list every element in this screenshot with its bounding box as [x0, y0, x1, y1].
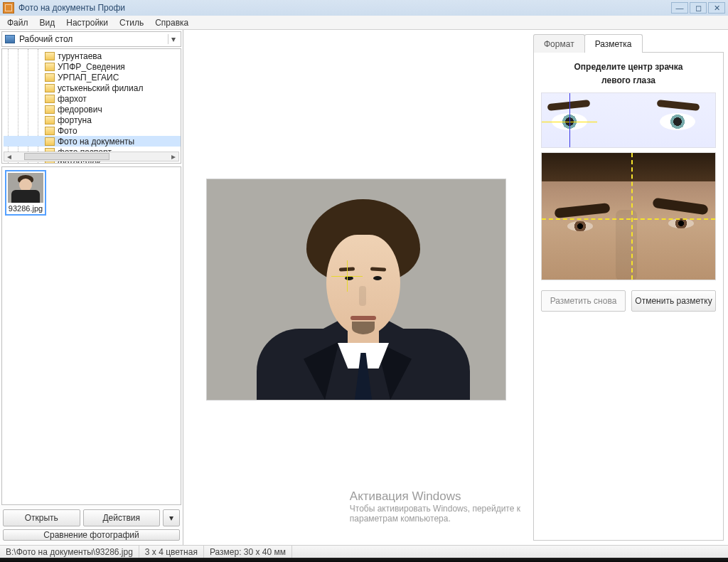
tree-item-label: Фото на документы	[58, 137, 134, 147]
menu-help[interactable]: Справка	[151, 16, 193, 29]
chevron-down-icon[interactable]: ▾	[168, 34, 178, 44]
status-bar: B:\Фото на документы\93286.jpg 3 x 4 цве…	[0, 545, 728, 558]
crosshair-h	[542, 218, 715, 220]
instruction-line1: Определите центр зрачка	[574, 62, 683, 72]
tree-item-label: УРПАП_ЕГАИС	[58, 73, 119, 83]
folder-icon	[45, 95, 55, 103]
menu-settings[interactable]: Настройки	[62, 16, 112, 29]
folder-icon	[45, 105, 55, 114]
tree-item[interactable]: фортуна	[4, 115, 181, 125]
taskbar	[0, 558, 728, 562]
tree-item-label: федорович	[58, 105, 102, 115]
zoom-preview[interactable]	[541, 152, 716, 280]
actions-button[interactable]: Действия	[83, 509, 161, 526]
cancel-markup-button[interactable]: Отменить разметку	[631, 290, 716, 312]
titlebar: Фото на документы Профи — ◻ ✕	[0, 0, 728, 16]
menu-style[interactable]: Стиль	[115, 16, 148, 29]
retry-markup-button[interactable]: Разметить снова	[541, 290, 626, 312]
maximize-button[interactable]: ◻	[690, 2, 707, 14]
folder-icon	[45, 127, 55, 135]
tabs: Формат Разметка	[533, 34, 724, 53]
tree-item-label: Фото	[58, 126, 77, 136]
instruction-text: Определите центр зрачка левого глаза	[541, 60, 716, 87]
scroll-thumb[interactable]	[24, 153, 109, 160]
thumbnail-name: 93286.jpg	[8, 203, 43, 213]
tree-item[interactable]: Фото на документы	[4, 136, 181, 147]
center-area: Активация Windows Чтобы активировать Win…	[183, 30, 529, 545]
tree-item[interactable]: устькеньский филиал	[4, 83, 181, 93]
tree-item-label: устькеньский филиал	[58, 83, 144, 93]
folder-icon	[45, 52, 55, 60]
menu-file[interactable]: Файл	[3, 16, 33, 29]
watermark-title: Активация Windows	[350, 489, 520, 504]
status-mode: 3 x 4 цветная	[139, 546, 204, 558]
tree-item[interactable]: Фото	[4, 125, 181, 136]
menu-view[interactable]: Вид	[36, 16, 60, 29]
folder-icon	[45, 137, 55, 146]
scroll-left-icon[interactable]: ◂	[4, 152, 14, 161]
status-path: B:\Фото на документы\93286.jpg	[0, 546, 139, 558]
folder-icon	[45, 116, 55, 124]
windows-activation-watermark: Активация Windows Чтобы активировать Win…	[350, 489, 520, 524]
status-size: Размер: 30 x 40 мм	[204, 546, 292, 558]
right-panel: Формат Разметка Определите центр зрачка …	[529, 30, 728, 545]
tab-format[interactable]: Формат	[533, 34, 585, 53]
watermark-line1: Чтобы активировать Windows, перейдите к	[350, 504, 520, 514]
thumbnail-image	[8, 173, 43, 203]
compare-button[interactable]: Сравнение фотографий	[3, 529, 180, 541]
tab-body: Определите центр зрачка левого глаза	[533, 53, 724, 541]
actions-dropdown-button[interactable]: ▾	[163, 509, 180, 526]
tree-item[interactable]: турунтаева	[4, 51, 181, 61]
scroll-right-icon[interactable]: ▸	[168, 152, 178, 161]
instruction-line2: левого глаза	[601, 75, 655, 85]
tree-item-label: фархот	[58, 94, 87, 104]
tree-item[interactable]: федорович	[4, 104, 181, 115]
watermark-line2: параметрам компьютера.	[350, 514, 520, 524]
left-panel: Рабочий стол ▾ турунтаеваУПФР_СведенияУР…	[0, 30, 183, 545]
open-button[interactable]: Открыть	[3, 509, 80, 526]
folder-tree[interactable]: турунтаеваУПФР_СведенияУРПАП_ЕГАИСустьке…	[1, 48, 181, 164]
main-area: Рабочий стол ▾ турунтаеваУПФР_СведенияУР…	[0, 30, 728, 545]
tree-hscrollbar[interactable]: ◂ ▸	[4, 152, 179, 161]
example-image	[541, 92, 716, 148]
main-photo[interactable]	[207, 179, 505, 400]
minimize-button[interactable]: —	[671, 2, 688, 14]
folder-icon	[45, 63, 55, 71]
crosshair-v	[631, 153, 633, 280]
tree-item[interactable]: УПФР_Сведения	[4, 61, 181, 72]
path-label: Рабочий стол	[19, 34, 168, 44]
window-title: Фото на документы Профи	[18, 3, 671, 13]
folder-icon	[45, 73, 55, 82]
app-window: Фото на документы Профи — ◻ ✕ Файл Вид Н…	[0, 0, 728, 562]
tree-item-label: УПФР_Сведения	[58, 62, 125, 72]
tree-item[interactable]: фархот	[4, 93, 181, 104]
tree-item[interactable]: УРПАП_ЕГАИС	[4, 72, 181, 83]
app-icon	[3, 2, 14, 14]
thumbnail-area: 93286.jpg	[1, 166, 181, 505]
tree-item-label: фортуна	[58, 115, 92, 125]
drive-icon	[5, 35, 15, 43]
tree-item-label: турунтаева	[58, 51, 102, 61]
close-button[interactable]: ✕	[708, 2, 725, 14]
folder-icon	[45, 84, 55, 92]
tab-markup[interactable]: Разметка	[584, 34, 643, 53]
menubar: Файл Вид Настройки Стиль Справка	[0, 16, 728, 30]
thumbnail-item[interactable]: 93286.jpg	[5, 170, 46, 216]
path-selector[interactable]: Рабочий стол ▾	[1, 31, 181, 47]
